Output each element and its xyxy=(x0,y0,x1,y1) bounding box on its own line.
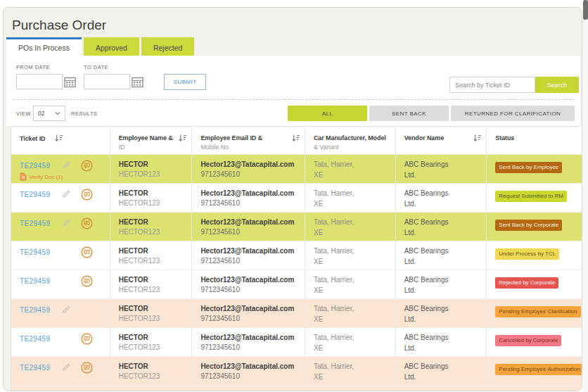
cell-ticket: TE29459Verify Doc (1) xyxy=(11,155,110,183)
cell-car: Tata, Harrier,XE xyxy=(305,299,395,327)
table-row: TE29459HECTORHECTOR123Hector123@Tatacapi… xyxy=(11,241,582,270)
search-button[interactable]: Search xyxy=(535,77,579,93)
cell-email: Hector123@Tatacapital.com9712345610 xyxy=(191,184,305,212)
ticket-id-link[interactable]: TE29459 xyxy=(20,162,50,170)
cell-status: Pending Employee Clarification xyxy=(486,299,582,327)
column-header-status: Status xyxy=(486,127,582,154)
cell-employee-name: HECTORHECTOR123 xyxy=(110,386,192,391)
cell-ticket: TE29459 xyxy=(11,241,110,270)
status-badge: Sent Back by Employee xyxy=(495,162,562,173)
edit-pencil-icon[interactable] xyxy=(62,363,70,372)
cell-email: Hector123@Tatacapital.com9712345610 xyxy=(191,155,305,183)
sort-icon[interactable] xyxy=(179,134,187,145)
edit-pencil-icon[interactable] xyxy=(62,305,70,314)
column-header-employee-email-id[interactable]: Employee Email ID &Mobile No. xyxy=(191,127,305,154)
cell-car: Tata, Harrier,XE xyxy=(305,155,395,183)
status-badge: Pending Employee Clarification xyxy=(495,306,580,317)
cell-ticket: TE29459 xyxy=(11,299,110,327)
ticket-id-link[interactable]: TE29459 xyxy=(20,306,50,314)
edit-pencil-icon[interactable] xyxy=(62,219,70,227)
document-icon xyxy=(20,172,27,182)
comment-icon[interactable] xyxy=(81,275,93,287)
status-badge: Under Process by TCL xyxy=(495,248,559,260)
cell-ticket: TE29459 xyxy=(11,357,110,385)
cell-car: Tata, Harrier,XE xyxy=(305,328,395,356)
comment-icon[interactable] xyxy=(81,160,93,172)
cell-vendor: ABC BearingsLtd. xyxy=(395,213,487,241)
cell-vendor: ABC BearingsLtd. xyxy=(395,299,487,327)
cell-ticket: TE29459 xyxy=(11,213,110,241)
column-header-ticket-id[interactable]: Ticket ID xyxy=(11,127,110,154)
from-date-input[interactable] xyxy=(16,74,63,89)
tab-approved[interactable]: Approved xyxy=(84,37,139,56)
verify-doc-link[interactable]: Verify Doc (1) xyxy=(20,172,110,182)
results-label: RESULTS xyxy=(71,110,98,117)
filter-sent-back[interactable]: SENT BACK xyxy=(369,106,449,121)
cell-car: Tata, Harrier,XE xyxy=(305,213,395,241)
cell-email: Hector123@Tatacapital.com9712345610 xyxy=(191,213,305,241)
comment-icon[interactable] xyxy=(81,362,93,374)
filter-panel: FROM DATE TO DATE SUBMIT Search by Ticke… xyxy=(6,56,580,126)
view-count-select[interactable]: 02 xyxy=(33,106,65,121)
to-date-label: TO DATE xyxy=(84,64,108,70)
cell-car: Tata, Harrier,XE xyxy=(305,184,395,212)
table-row: TE29459HECTORHECTOR123Hector123@Tatacapi… xyxy=(11,270,582,299)
ticket-id-link[interactable]: TE29459 xyxy=(20,335,50,343)
scrollbar-thumb[interactable] xyxy=(583,0,588,20)
cell-car: Tata, Harrier,XE xyxy=(305,270,395,298)
tab-pos-in-process[interactable]: POs In Process xyxy=(6,37,82,56)
edit-pencil-icon[interactable] xyxy=(62,161,70,170)
cell-status: Sent Back by Corporate xyxy=(486,213,582,241)
cell-car: Tata, Harrier,XE xyxy=(305,241,395,270)
submit-button[interactable]: SUBMIT xyxy=(164,74,206,90)
cell-car: Tata, Harrier,XE xyxy=(305,386,395,391)
filter-all[interactable]: ALL xyxy=(288,106,367,121)
filter-returned-for-clarification[interactable]: RETURNED FOR CLARIFICATION xyxy=(451,106,575,121)
cell-employee-name: HECTORHECTOR123 xyxy=(110,328,192,356)
ticket-id-link[interactable]: TE29459 xyxy=(20,191,50,198)
comment-icon[interactable] xyxy=(81,391,93,392)
edit-pencil-icon[interactable] xyxy=(62,190,70,198)
comment-icon[interactable] xyxy=(81,246,93,258)
tab-rejected[interactable]: Rejected xyxy=(141,37,194,56)
cell-email: Hector123@Tatacapital.com9712345610 xyxy=(191,270,305,298)
sort-icon[interactable] xyxy=(55,137,63,144)
chevron-down-icon xyxy=(55,111,60,115)
cell-ticket: TE29459 xyxy=(11,184,110,212)
search-input[interactable]: Search by Ticket ID xyxy=(449,77,535,93)
cell-vendor: ABC BearingsLtd. xyxy=(395,184,487,212)
po-table: Ticket IDEmployee Name &IDEmployee Email… xyxy=(11,126,582,391)
table-row: TE29459HECTORHECTOR123Hector123@Tatacapi… xyxy=(11,386,582,391)
comment-icon[interactable] xyxy=(81,333,93,345)
sort-icon[interactable] xyxy=(473,134,482,145)
cell-employee-name: HECTORHECTOR123 xyxy=(110,213,192,241)
column-header-employee-name[interactable]: Employee Name &ID xyxy=(110,127,192,154)
to-date-input[interactable] xyxy=(84,74,130,89)
page-title: Purchase Order xyxy=(12,18,106,33)
view-label: VIEW xyxy=(16,110,31,117)
purchase-order-card: Purchase Order POs In ProcessApprovedRej… xyxy=(3,7,582,391)
ticket-id-link[interactable]: TE29459 xyxy=(20,220,50,227)
cell-email: Hector123@Tatacapital.com9712345610 xyxy=(191,357,305,385)
scrollbar[interactable] xyxy=(583,0,588,392)
cell-ticket: TE29459 xyxy=(11,386,110,391)
column-header-vendor-name[interactable]: Vendor Name xyxy=(395,127,487,154)
cell-vendor: ABC BearingsLtd. xyxy=(395,155,487,183)
cell-status: Cancelled by Corporate xyxy=(486,328,582,356)
ticket-id-link[interactable]: TE29459 xyxy=(20,248,50,256)
cell-status: Pending Corporate Authorization xyxy=(486,386,582,391)
status-badge: Cancelled by Corporate xyxy=(495,335,561,346)
cell-vendor: ABC BearingsLtd. xyxy=(395,328,487,356)
cell-status: Request Submitted to RM xyxy=(486,184,582,212)
comment-icon[interactable] xyxy=(81,189,93,201)
status-badge: Pending Employee Authorization xyxy=(495,364,582,375)
to-date-calendar-icon[interactable] xyxy=(132,76,143,88)
comment-icon[interactable] xyxy=(81,217,93,229)
ticket-id-link[interactable]: TE29459 xyxy=(20,277,50,285)
ticket-id-link[interactable]: TE29459 xyxy=(20,364,50,372)
cell-employee-name: HECTORHECTOR123 xyxy=(110,241,192,270)
table-row: TE29459HECTORHECTOR123Hector123@Tatacapi… xyxy=(11,328,582,357)
sort-icon[interactable] xyxy=(292,134,300,145)
cell-ticket: TE29459 xyxy=(11,328,110,356)
from-date-calendar-icon[interactable] xyxy=(64,76,76,88)
